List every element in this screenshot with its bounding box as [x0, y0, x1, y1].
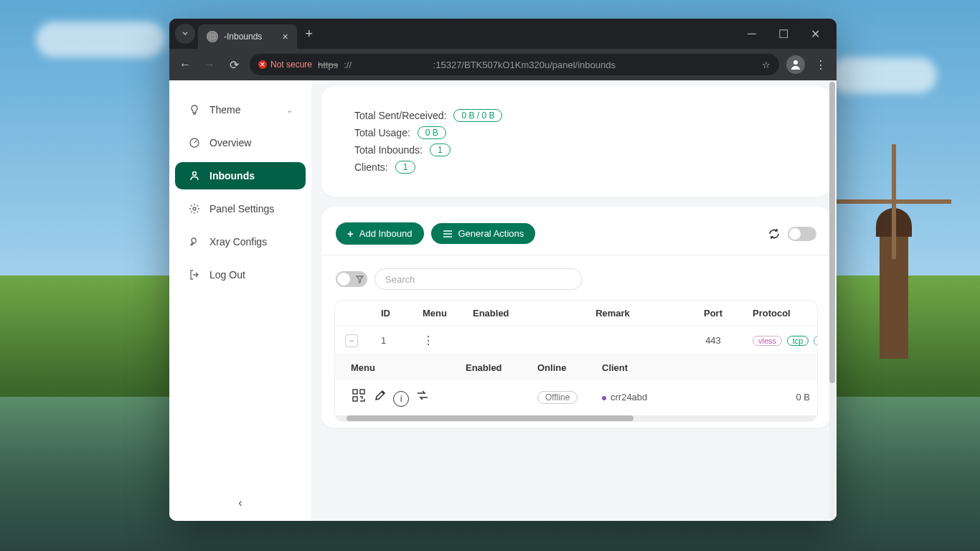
not-secure-label: Not secure	[270, 60, 312, 70]
auto-refresh-toggle[interactable]	[788, 227, 816, 241]
sidebar-item-xray-configs[interactable]: Xray Configs	[175, 228, 306, 255]
plus-icon: +	[347, 227, 354, 240]
globe-icon	[207, 31, 218, 42]
reload-button[interactable]: ⟳	[225, 58, 242, 72]
svg-rect-5	[353, 390, 357, 394]
add-inbound-button[interactable]: + Add Inbound	[336, 222, 424, 245]
svg-point-3	[193, 172, 197, 176]
edit-button[interactable]	[372, 387, 388, 403]
search-placeholder: Search	[385, 274, 415, 285]
logout-icon	[188, 268, 201, 281]
sidebar-item-label: Overview	[209, 137, 251, 149]
stat-value: 0 B	[418, 126, 446, 139]
close-tab-button[interactable]: ×	[282, 31, 288, 42]
online-status-badge: Offline	[537, 391, 578, 404]
col-remark: Remark	[552, 308, 674, 319]
url-box[interactable]: ✕ Not secure https:// :15327/BTK507kO1Km…	[250, 54, 779, 75]
sub-table-header: Menu Enabled Online Client	[335, 355, 817, 380]
tab-title: -Inbounds	[224, 32, 262, 42]
bulb-icon	[188, 103, 201, 116]
stat-label: Clients:	[354, 161, 388, 173]
sidebar-item-label: Panel Settings	[209, 203, 274, 215]
col-port: Port	[674, 308, 753, 319]
minimize-button[interactable]: ─	[742, 27, 762, 41]
new-tab-button[interactable]: +	[300, 27, 319, 42]
sub-table-row: i Offline crr24abd 0 B	[335, 380, 817, 414]
url-scheme: https	[318, 60, 338, 70]
sidebar-item-overview[interactable]: Overview	[175, 129, 306, 156]
cell-port: 443	[674, 335, 753, 346]
button-label: Add Inbound	[359, 228, 413, 239]
protocol-tag: vless	[753, 336, 782, 346]
collapse-row-button[interactable]: −	[345, 334, 358, 347]
profile-avatar[interactable]	[786, 55, 805, 74]
tool-icon	[188, 235, 201, 248]
browser-menu-button[interactable]: ⋮	[812, 58, 829, 72]
sidebar-item-label: Theme	[209, 104, 241, 116]
subcol-enabled: Enabled	[466, 362, 537, 373]
sidebar-item-label: Inbounds	[209, 170, 255, 182]
general-actions-button[interactable]: General Actions	[431, 223, 536, 244]
subcol-client: Client	[602, 362, 745, 373]
chevron-down-icon: ⌄	[286, 105, 293, 115]
row-menu-button[interactable]: ⋮	[423, 334, 473, 347]
not-secure-badge[interactable]: ✕ Not secure	[258, 60, 312, 70]
close-window-button[interactable]: ✕	[805, 27, 825, 41]
client-name: crr24abd	[602, 392, 745, 402]
svg-point-4	[193, 207, 196, 210]
sidebar-item-logout[interactable]: Log Out	[175, 261, 306, 288]
protocol-tag: tcp	[787, 336, 809, 346]
col-menu: Menu	[423, 308, 473, 319]
address-bar: ← → ⟳ ✕ Not secure https:// :15327/BTK50…	[169, 49, 837, 80]
dashboard-icon	[188, 136, 201, 149]
search-input[interactable]: Search	[374, 268, 583, 290]
protocol-tag: Reality	[814, 336, 818, 346]
stat-label: Total Inbounds:	[354, 144, 423, 156]
sidebar: Theme ⌄ Overview Inbounds Panel Settings…	[169, 80, 311, 521]
bookmark-star-icon[interactable]: ☆	[762, 60, 771, 70]
status-dot-icon	[602, 396, 606, 400]
back-button[interactable]: ←	[176, 58, 194, 71]
stat-value: 1	[430, 143, 451, 156]
col-id: ID	[381, 308, 423, 319]
toolbar: + Add Inbound General Actions	[334, 220, 818, 255]
reset-button[interactable]	[415, 387, 430, 403]
svg-rect-7	[353, 397, 357, 401]
browser-tab[interactable]: -Inbounds ×	[198, 24, 297, 49]
client-actions: i	[351, 387, 466, 407]
url-sep: ://	[344, 60, 352, 70]
url-path: :15327/BTK507kO1Km320u/panel/inbounds	[433, 60, 616, 70]
horizontal-scrollbar-thumb[interactable]	[347, 415, 633, 421]
stat-value: 1	[395, 161, 416, 174]
sidebar-item-label: Xray Configs	[209, 236, 267, 248]
stat-label: Total Usage:	[354, 127, 410, 138]
filter-toggle[interactable]	[336, 271, 367, 287]
horizontal-scrollbar[interactable]	[335, 415, 817, 421]
filter-row: Search	[334, 265, 818, 300]
info-button[interactable]: i	[393, 391, 409, 407]
gear-icon	[188, 202, 201, 215]
subcol-online: Online	[537, 362, 602, 373]
forward-button[interactable]: →	[201, 58, 218, 71]
browser-window: -Inbounds × + ─ ☐ ✕ ← → ⟳ ✕ Not secure h…	[169, 19, 837, 521]
url-host	[357, 60, 428, 70]
cell-id: 1	[381, 335, 423, 346]
menu-icon	[443, 230, 453, 238]
main-panel: Total Sent/Received: 0 B / 0 B Total Usa…	[311, 80, 837, 521]
stat-value: 0 B / 0 B	[453, 109, 502, 122]
refresh-button[interactable]	[768, 227, 781, 240]
qrcode-button[interactable]	[351, 387, 367, 403]
tab-search-button[interactable]	[175, 24, 195, 44]
svg-point-1	[793, 60, 798, 65]
sidebar-item-panel-settings[interactable]: Panel Settings	[175, 195, 306, 222]
table-header: ID Menu Enabled Remark Port Protocol	[335, 301, 817, 326]
maximize-button[interactable]: ☐	[773, 27, 793, 41]
page-content: Theme ⌄ Overview Inbounds Panel Settings…	[169, 80, 837, 521]
table-row: − 1 ⋮ 443 vless tcp Reality	[335, 326, 817, 355]
sidebar-item-inbounds[interactable]: Inbounds	[175, 162, 306, 189]
sidebar-item-theme[interactable]: Theme ⌄	[175, 96, 306, 123]
vertical-scrollbar-thumb[interactable]	[829, 82, 835, 383]
collapse-sidebar-button[interactable]: ‹	[169, 485, 311, 521]
subcol-menu: Menu	[351, 362, 466, 373]
svg-rect-6	[360, 390, 364, 394]
